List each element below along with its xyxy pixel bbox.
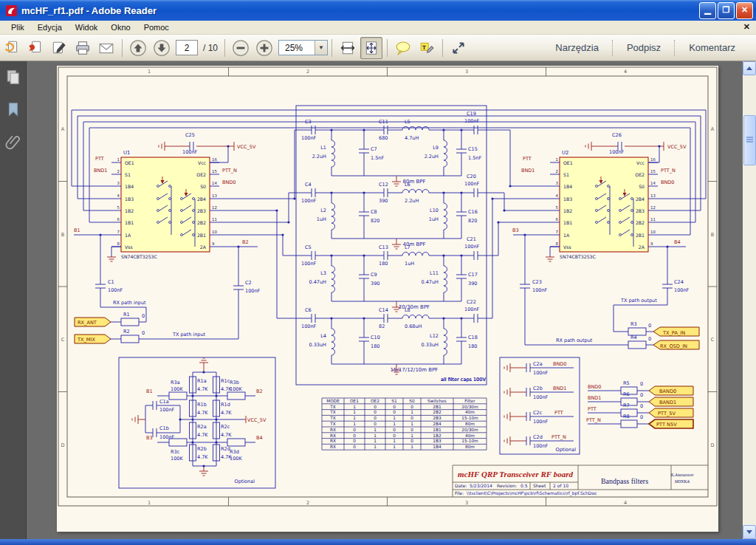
menu-item-widok[interactable]: Widok <box>69 22 105 32</box>
attachments-icon[interactable] <box>5 134 21 150</box>
junction-dot <box>293 197 295 199</box>
schematic-label: R1 <box>123 312 130 318</box>
schematic-label: RX <box>330 433 336 438</box>
schematic-label: BND1 <box>94 168 107 174</box>
schematic-label: 1 <box>353 416 356 420</box>
wire <box>331 266 335 292</box>
fullscreen-button[interactable] <box>447 37 470 59</box>
junction-dot <box>503 209 505 211</box>
page-thumbnails-icon[interactable] <box>5 69 21 85</box>
schematic-label: 13 <box>212 193 217 198</box>
schematic-label: 1B1 <box>563 220 572 225</box>
scroll-down-icon <box>746 530 752 534</box>
email-button[interactable] <box>95 37 117 59</box>
print-button[interactable] <box>72 37 94 59</box>
fit-width-button[interactable] <box>337 37 359 59</box>
close-button[interactable]: ✕ <box>736 2 753 19</box>
schematic-label: R1d <box>221 402 230 408</box>
toolbar-button-narzędzia[interactable]: Narzędzia <box>542 42 612 53</box>
schematic-label: 1.5nF <box>371 155 384 161</box>
minimize-button[interactable]: ▁ <box>699 2 716 19</box>
schematic-label: 7 <box>117 230 120 234</box>
schematic-label: L1 <box>320 145 326 151</box>
schematic-label: 0 <box>410 405 413 409</box>
schematic-label: 4.7K <box>221 454 232 460</box>
schematic-label: L12 <box>430 333 439 339</box>
zoom-level-combo[interactable]: 25% ▼ <box>278 40 328 55</box>
schematic-label: 2B2 <box>433 410 441 414</box>
pdf-page[interactable]: U1SN74CBT3253C1OE12S131B441B351B261B171A… <box>57 66 718 532</box>
schematic-label: 390 <box>371 281 379 287</box>
wire <box>402 190 429 193</box>
schematic-label: 1 <box>393 445 396 449</box>
menu-item-edycja[interactable]: Edycja <box>31 22 69 32</box>
schematic-label: 2 <box>117 169 120 174</box>
junction-dot <box>658 145 660 147</box>
schematic-label: B <box>61 232 64 238</box>
save-copy-button[interactable] <box>1 37 23 59</box>
toolbar-button-podpisz[interactable]: Podpisz <box>614 42 674 53</box>
zoom-in-button[interactable] <box>253 37 275 59</box>
schematic-label: 15 <box>212 169 217 174</box>
text-highlight-button[interactable]: T <box>416 37 438 59</box>
comment-bubble-button[interactable] <box>392 37 414 59</box>
shape <box>227 439 245 446</box>
schematic-label: 11 <box>650 217 656 222</box>
schematic-label: Revision: <box>497 483 517 488</box>
junction-dot <box>460 317 462 319</box>
fit-page-button[interactable] <box>360 37 382 59</box>
schematic-label: 2B2 <box>197 220 206 225</box>
restore-button[interactable]: ❐ <box>718 2 735 19</box>
wire <box>331 140 335 167</box>
schematic-label: 100nF <box>301 323 317 329</box>
scroll-up-button[interactable] <box>743 61 756 75</box>
schematic-label: L11 <box>430 270 439 276</box>
schematic-label: C15 <box>468 146 478 152</box>
schematic-label: 100K <box>230 456 242 462</box>
document-canvas[interactable]: U1SN74CBT3253C1OE12S131B441B351B261B171A… <box>27 61 743 539</box>
title-bar: mcHF_rf1.pdf - Adobe Reader ▁ ❐ ✕ <box>0 0 756 21</box>
schematic-label: R3a <box>171 380 180 385</box>
schematic-label: C2 <box>245 280 252 286</box>
schematic-label: C13 <box>379 244 388 250</box>
schematic-label: 0 <box>648 336 651 342</box>
toolbar-button-komentarz[interactable]: Komentarz <box>676 42 749 53</box>
zoom-dropdown-icon[interactable]: ▼ <box>315 41 327 55</box>
schematic-label: 0 <box>410 439 413 443</box>
scroll-down-button[interactable] <box>743 525 756 539</box>
schematic-label: C2c <box>533 410 543 416</box>
menu-item-plik[interactable]: Plik <box>4 22 31 32</box>
scrollbar-thumb[interactable] <box>743 115 756 165</box>
schematic-label: Optional <box>556 447 577 453</box>
menubar-close-icon[interactable]: ✕ <box>743 22 750 32</box>
schematic-label: 3 <box>465 500 468 506</box>
junction-dot <box>460 191 462 193</box>
schematic-label: 80m <box>465 422 475 426</box>
schematic-label: 82 <box>379 323 385 329</box>
next-page-button[interactable] <box>151 37 173 59</box>
page-number-input[interactable]: 2 <box>176 40 198 55</box>
schematic-label: C18 <box>468 335 478 340</box>
schematic-label: 100nF <box>533 419 549 425</box>
schematic-label: C9 <box>371 272 377 278</box>
zoom-out-button[interactable] <box>230 37 252 59</box>
schematic-label: 100nF <box>159 434 175 440</box>
sign-button[interactable] <box>48 37 70 59</box>
junction-dot <box>491 197 493 199</box>
schematic-label: 100K <box>230 386 242 392</box>
export-pdf-button[interactable] <box>24 37 47 59</box>
bookmarks-icon[interactable] <box>5 101 21 117</box>
menu-item-pomoc[interactable]: Pomoc <box>137 22 176 32</box>
schematic-label: C7 <box>371 146 377 152</box>
schematic-label: R2 <box>123 329 130 335</box>
schematic-label: 4.7K <box>197 454 208 460</box>
export-pdf-icon <box>27 40 44 56</box>
schematic-label: C10 <box>371 335 380 340</box>
previous-page-button[interactable] <box>127 37 149 59</box>
schematic-label: 2B1 <box>433 405 441 409</box>
schematic-label: RX <box>330 445 336 449</box>
menu-item-okno[interactable]: Okno <box>104 22 137 32</box>
vertical-scrollbar[interactable] <box>743 61 756 539</box>
wire <box>402 253 429 256</box>
minimize-icon: ▁ <box>704 6 710 14</box>
